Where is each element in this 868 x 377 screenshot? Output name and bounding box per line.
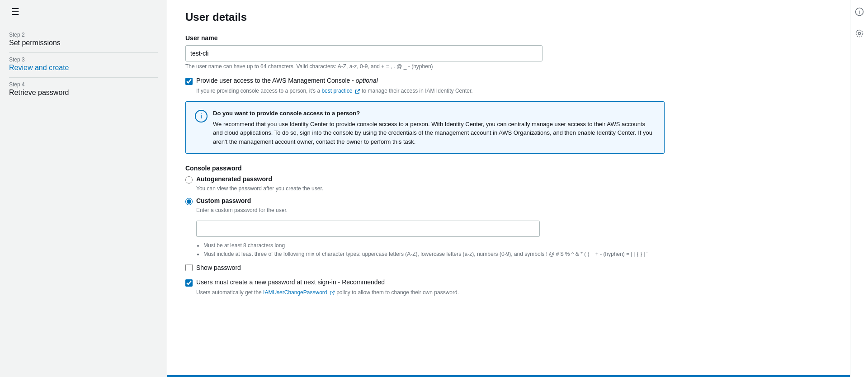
main-content: User details User name The user name can… [167,0,850,377]
show-password-checkbox[interactable] [185,264,193,271]
best-practice-link[interactable]: best practice [321,88,360,94]
password-rules-list: Must be at least 8 characters long Must … [203,241,832,259]
custom-password-radio[interactable] [185,198,193,205]
must-change-checkbox[interactable] [185,279,193,287]
bottom-bar [167,375,850,377]
console-password-section: Console password Autogenerated password … [185,165,832,296]
svg-point-2 [856,30,863,37]
step-3-title: Review and create [9,64,158,72]
autogenerated-hint: You can view the password after you crea… [196,185,832,192]
sidebar-step-4: Step 4 Retrieve password [9,78,158,102]
autogenerated-radio[interactable] [185,176,193,184]
username-input[interactable] [185,45,542,61]
autogenerated-label: Autogenerated password [196,175,272,183]
info-box-content: Do you want to provide console access to… [213,109,655,146]
best-practice-hint: If you're providing console access to a … [196,88,832,94]
custom-password-label: Custom password [196,197,251,204]
step-2-label: Step 2 [9,32,158,38]
info-panel-button[interactable]: i [852,5,867,19]
right-icons-panel: i [850,0,868,377]
show-password-row: Show password [185,264,832,271]
step-4-label: Step 4 [9,81,158,88]
show-password-label: Show password [196,264,241,271]
info-icon: i [195,110,208,123]
password-rule-1: Must be at least 8 characters long [203,241,832,250]
custom-password-input[interactable] [196,221,540,237]
console-password-label: Console password [185,165,832,172]
hamburger-button[interactable]: ☰ [9,5,22,19]
autogenerated-row: Autogenerated password [185,175,832,184]
settings-panel-button[interactable] [852,26,867,41]
svg-point-3 [858,33,860,35]
iam-user-change-password-link[interactable]: IAMUserChangePassword [263,289,335,296]
console-access-label: Provide user access to the AWS Managemen… [196,77,378,84]
info-box-body: We recommend that you use Identity Cente… [213,120,655,146]
svg-text:i: i [859,9,860,15]
sidebar-step-3: Step 3 Review and create [9,53,158,78]
console-access-checkbox[interactable] [185,78,193,85]
custom-password-row: Custom password [185,197,832,205]
page-title: User details [185,11,832,24]
console-access-section: Provide user access to the AWS Managemen… [185,77,832,94]
sidebar-step-2: Step 2 Set permissions [9,28,158,53]
password-rule-2: Must include at least three of the follo… [203,250,832,259]
info-box-title: Do you want to provide console access to… [213,109,655,118]
iam-link-hint: Users automatically get the IAMUserChang… [196,289,832,296]
sidebar: ☰ Step 2 Set permissions Step 3 Review a… [0,0,167,377]
username-label: User name [185,34,832,42]
info-box: i Do you want to provide console access … [185,101,665,154]
must-change-label: Users must create a new password at next… [196,278,385,286]
step-4-title: Retrieve password [9,89,158,97]
step-3-label: Step 3 [9,57,158,63]
custom-password-hint: Enter a custom password for the user. [196,207,832,213]
username-hint: The user name can have up to 64 characte… [185,63,832,70]
step-2-title: Set permissions [9,39,158,47]
console-access-row: Provide user access to the AWS Managemen… [185,77,832,85]
username-section: User name The user name can have up to 6… [185,34,832,70]
must-change-row: Users must create a new password at next… [185,278,832,287]
